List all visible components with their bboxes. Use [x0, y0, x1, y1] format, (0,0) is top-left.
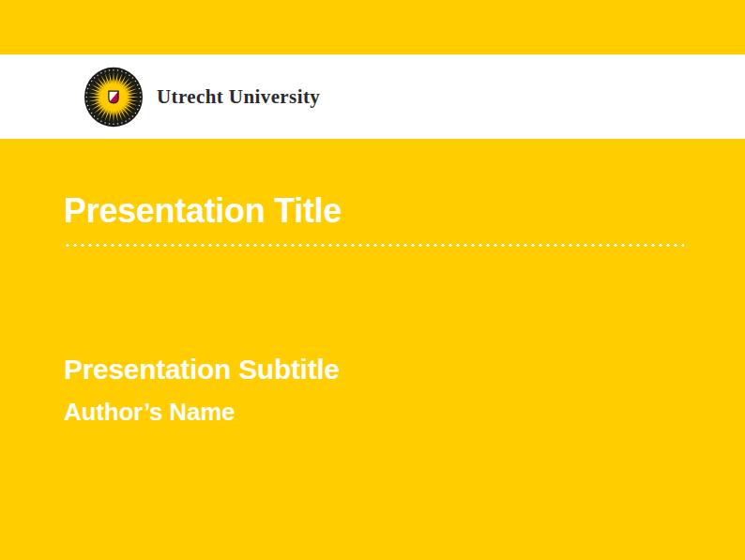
- top-accent-band: [0, 0, 745, 54]
- university-wordmark: Utrecht University: [157, 85, 320, 109]
- utrecht-shield-icon: [109, 91, 118, 104]
- author-name: Author’s Name: [64, 400, 235, 424]
- presentation-slide: Utrecht University Presentation Title Pr…: [0, 0, 745, 560]
- uu-sun-seal-icon: [84, 67, 144, 128]
- presentation-title: Presentation Title: [64, 194, 342, 228]
- utrecht-university-logo: Utrecht University: [84, 54, 320, 139]
- dotted-divider: [64, 243, 684, 248]
- presentation-subtitle: Presentation Subtitle: [64, 356, 340, 384]
- logo-header-band: Utrecht University: [0, 54, 745, 139]
